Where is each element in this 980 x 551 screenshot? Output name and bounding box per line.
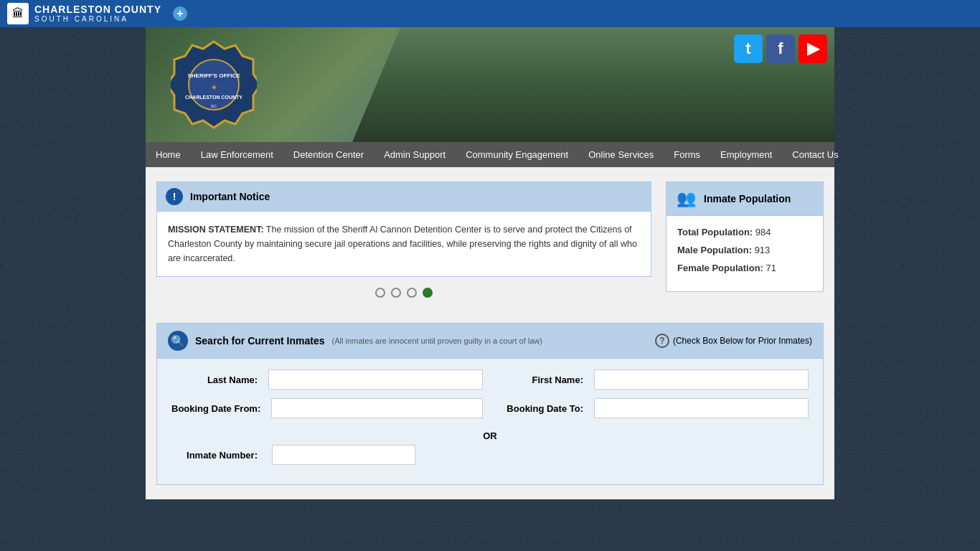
search-header-right: ? (Check Box Below for Prior Inmates)	[655, 334, 812, 348]
male-population-stat: Male Population: 913	[677, 245, 812, 255]
search-form: Last Name: First Name: Booking Date From…	[157, 359, 823, 484]
dot-1[interactable]	[375, 288, 385, 298]
booking-from-label: Booking Date From:	[171, 403, 260, 414]
notice-header: ! Important Notice	[157, 182, 651, 212]
notice-icon: !	[166, 188, 183, 205]
first-name-group: First Name:	[497, 369, 809, 390]
right-panel: 👥 Inmate Population Total Population: 98…	[666, 182, 824, 309]
search-header-left: 🔍 Search for Current Inmates (All inmate…	[168, 331, 542, 351]
social-icons: t f ▶	[734, 34, 827, 63]
mission-bold: MISSION STATEMENT:	[168, 225, 264, 235]
inmate-number-row: Inmate Number:	[171, 445, 809, 465]
population-icon: 👥	[675, 188, 697, 209]
search-subtext: (All inmates are innocent until proven g…	[332, 336, 542, 345]
county-logo-icon: 🏛	[7, 3, 29, 24]
badge-svg: SHERIFF'S OFFICE ★ CHARLESTON COUNTY SC	[171, 38, 257, 131]
prior-inmates-label: (Check Box Below for Prior Inmates)	[673, 336, 812, 346]
nav-home[interactable]: Home	[146, 142, 191, 167]
svg-text:CHARLESTON COUNTY: CHARLESTON COUNTY	[185, 95, 242, 100]
plus-button[interactable]: +	[173, 6, 187, 21]
booking-date-row: Booking Date From: Booking Date To:	[171, 398, 809, 418]
inmate-number-label: Inmate Number:	[171, 450, 258, 461]
svg-text:★: ★	[211, 83, 217, 91]
booking-from-input[interactable]	[271, 398, 483, 418]
state-name: SOUTH CAROLINA	[34, 15, 161, 24]
inmate-number-input[interactable]	[272, 445, 415, 465]
logo-text: CHARLESTON COUNTY SOUTH CAROLINA	[34, 4, 161, 24]
nav-contact-us[interactable]: Contact Us	[782, 142, 848, 167]
nav-detention-center[interactable]: Detention Center	[283, 142, 374, 167]
search-icon: 🔍	[168, 331, 188, 351]
booking-to-label: Booking Date To:	[497, 403, 583, 414]
or-divider: OR	[171, 427, 809, 445]
dot-2[interactable]	[391, 288, 401, 298]
female-value: 71	[766, 263, 776, 273]
facebook-icon[interactable]: f	[766, 34, 795, 63]
sheriff-badge: SHERIFF'S OFFICE ★ CHARLESTON COUNTY SC	[167, 34, 260, 135]
population-title: Inmate Population	[704, 193, 791, 204]
main-wrapper: SHERIFF'S OFFICE ★ CHARLESTON COUNTY SC …	[146, 27, 834, 499]
header-area: SHERIFF'S OFFICE ★ CHARLESTON COUNTY SC …	[146, 27, 834, 142]
nav-law-enforcement[interactable]: Law Enforcement	[191, 142, 283, 167]
left-panel: ! Important Notice MISSION STATEMENT: Th…	[156, 182, 651, 309]
female-population-stat: Female Population: 71	[677, 263, 812, 273]
dot-3[interactable]	[407, 288, 417, 298]
top-bar: 🏛 CHARLESTON COUNTY SOUTH CAROLINA +	[0, 0, 980, 27]
total-label: Total Population:	[677, 227, 753, 237]
search-box: 🔍 Search for Current Inmates (All inmate…	[156, 323, 824, 485]
dot-4[interactable]	[423, 288, 433, 298]
female-label: Female Population:	[677, 263, 763, 273]
booking-to-group: Booking Date To:	[497, 398, 809, 418]
population-box: 👥 Inmate Population Total Population: 98…	[666, 182, 824, 292]
name-row: Last Name: First Name:	[171, 369, 809, 390]
booking-to-input[interactable]	[594, 398, 809, 418]
nav-employment[interactable]: Employment	[710, 142, 782, 167]
nav-bar: Home Law Enforcement Detention Center Ad…	[146, 142, 834, 167]
search-section: 🔍 Search for Current Inmates (All inmate…	[146, 323, 834, 499]
first-name-input[interactable]	[594, 369, 809, 390]
population-header: 👥 Inmate Population	[666, 182, 823, 216]
male-value: 913	[755, 245, 771, 255]
male-label: Male Population:	[677, 245, 752, 255]
nav-online-services[interactable]: Online Services	[578, 142, 664, 167]
notice-title: Important Notice	[190, 191, 270, 202]
nav-forms[interactable]: Forms	[664, 142, 710, 167]
last-name-label: Last Name:	[171, 375, 258, 385]
logo-area: 🏛 CHARLESTON COUNTY SOUTH CAROLINA +	[7, 3, 187, 24]
booking-from-group: Booking Date From:	[171, 398, 483, 418]
search-title: Search for Current Inmates	[195, 335, 325, 347]
youtube-icon[interactable]: ▶	[798, 34, 827, 63]
twitter-icon[interactable]: t	[734, 34, 763, 63]
last-name-group: Last Name:	[171, 369, 483, 390]
help-icon[interactable]: ?	[655, 334, 669, 348]
county-name: CHARLESTON COUNTY	[34, 4, 161, 16]
content-area: ! Important Notice MISSION STATEMENT: Th…	[146, 167, 834, 323]
svg-text:SC: SC	[211, 104, 217, 108]
first-name-label: First Name:	[497, 375, 583, 385]
search-header: 🔍 Search for Current Inmates (All inmate…	[157, 324, 823, 359]
last-name-input[interactable]	[268, 369, 483, 390]
svg-text:SHERIFF'S OFFICE: SHERIFF'S OFFICE	[187, 72, 240, 79]
pagination-dots	[156, 277, 651, 309]
nav-admin-support[interactable]: Admin Support	[374, 142, 456, 167]
population-content: Total Population: 984 Male Population: 9…	[666, 216, 823, 291]
total-population-stat: Total Population: 984	[677, 227, 812, 237]
nav-community-engagement[interactable]: Community Engagement	[456, 142, 578, 167]
notice-box: ! Important Notice MISSION STATEMENT: Th…	[156, 182, 651, 277]
notice-content: MISSION STATEMENT: The mission of the Sh…	[157, 212, 651, 276]
total-value: 984	[755, 227, 771, 237]
